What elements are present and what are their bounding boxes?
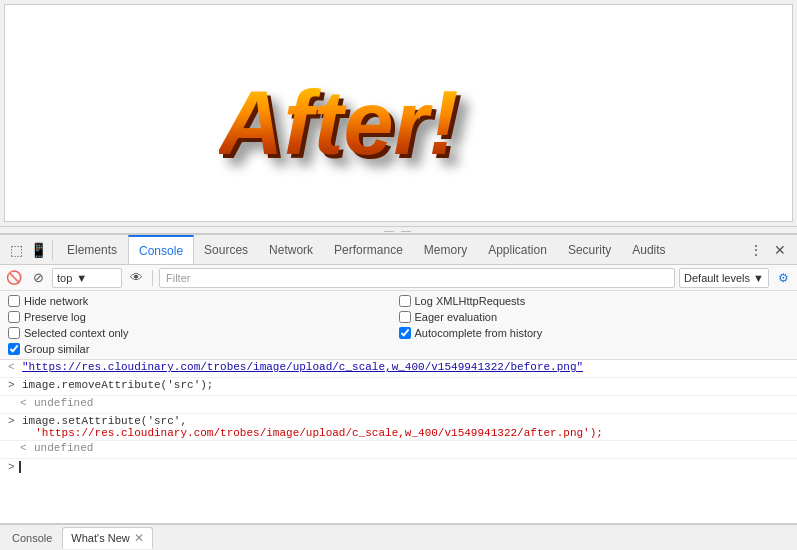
tab-console[interactable]: Console xyxy=(128,235,194,264)
clear-console-icon[interactable]: 🚫 xyxy=(4,268,24,288)
tab-application[interactable]: Application xyxy=(478,235,558,264)
console-output[interactable]: < "https://res.cloudinary.com/trobes/ima… xyxy=(0,360,797,524)
autocomplete-checkbox[interactable] xyxy=(399,327,411,339)
console-line-3: < undefined xyxy=(0,396,797,414)
selected-context-checkbox[interactable] xyxy=(8,327,20,339)
console-toolbar: 🚫 ⊘ top ▼ 👁 Default levels ▼ ⚙ xyxy=(0,265,797,291)
checkbox-hide-network[interactable]: Hide network xyxy=(8,295,399,307)
checkbox-eager-eval[interactable]: Eager evaluation xyxy=(399,311,790,323)
checkbox-preserve-log[interactable]: Preserve log xyxy=(8,311,399,323)
console-line-1: < "https://res.cloudinary.com/trobes/ima… xyxy=(0,360,797,378)
cloudinary-before-link[interactable]: "https://res.cloudinary.com/trobes/image… xyxy=(22,361,583,373)
tab-memory[interactable]: Memory xyxy=(414,235,478,264)
arrow-right-icon: > xyxy=(8,379,18,391)
checkbox-log-xml[interactable]: Log XMLHttpRequests xyxy=(399,295,790,307)
console-line-2: > image.removeAttribute('src'); xyxy=(0,378,797,396)
arrow-right-icon-2: > xyxy=(8,415,18,427)
eye-icon[interactable]: 👁 xyxy=(126,268,146,288)
more-tabs-icon[interactable]: ⋮ xyxy=(745,239,767,261)
checkbox-selected-context[interactable]: Selected context only xyxy=(8,327,399,339)
arrow-left-icon-3: < xyxy=(20,442,30,454)
after-image: After! xyxy=(219,72,459,175)
levels-select[interactable]: Default levels ▼ xyxy=(679,268,769,288)
arrow-left-icon: < xyxy=(8,361,18,373)
hide-network-checkbox[interactable] xyxy=(8,295,20,307)
console-line-4: > image.setAttribute('src', 'https://res… xyxy=(0,414,797,441)
devtools-tab-bar: ⬚ 📱 Elements Console Sources Network Per… xyxy=(0,235,797,265)
tab-audits[interactable]: Audits xyxy=(622,235,676,264)
console-line-5: < undefined xyxy=(0,441,797,459)
tab-network[interactable]: Network xyxy=(259,235,324,264)
device-icon[interactable]: 📱 xyxy=(28,240,48,260)
checkbox-autocomplete[interactable]: Autocomplete from history xyxy=(399,327,790,339)
filter-input[interactable] xyxy=(159,268,675,288)
viewport-content: After! xyxy=(5,5,792,221)
tab-bar-end-icons: ⋮ ✕ xyxy=(741,239,795,261)
tab-elements[interactable]: Elements xyxy=(57,235,128,264)
bottom-tab-whats-new[interactable]: What's New ✕ xyxy=(62,527,152,549)
arrow-left-icon-2: < xyxy=(20,397,30,409)
devtools-tabs: Elements Console Sources Network Perform… xyxy=(53,235,741,264)
filter-icon[interactable]: ⊘ xyxy=(28,268,48,288)
devtools-panel: ⬚ 📱 Elements Console Sources Network Per… xyxy=(0,234,797,550)
bottom-tab-console[interactable]: Console xyxy=(4,527,60,549)
console-cursor xyxy=(19,461,28,473)
tab-security[interactable]: Security xyxy=(558,235,622,264)
group-similar-checkbox[interactable] xyxy=(8,343,20,355)
settings-icon[interactable]: ⚙ xyxy=(773,268,793,288)
inspect-icon[interactable]: ⬚ xyxy=(6,240,26,260)
bottom-tab-bar: Console What's New ✕ xyxy=(0,524,797,550)
tab-performance[interactable]: Performance xyxy=(324,235,414,264)
tab-sources[interactable]: Sources xyxy=(194,235,259,264)
tab-bar-icons: ⬚ 📱 xyxy=(2,240,53,260)
checkbox-group-similar[interactable]: Group similar xyxy=(8,343,399,355)
drag-handle[interactable]: — — xyxy=(0,226,797,234)
close-devtools-icon[interactable]: ✕ xyxy=(769,239,791,261)
console-checkboxes: Hide network Log XMLHttpRequests Preserv… xyxy=(0,291,797,360)
context-select[interactable]: top ▼ xyxy=(52,268,122,288)
caret-icon: > xyxy=(8,461,15,473)
preserve-log-checkbox[interactable] xyxy=(8,311,20,323)
browser-viewport: After! xyxy=(4,4,793,222)
log-xml-checkbox[interactable] xyxy=(399,295,411,307)
close-whats-new-icon[interactable]: ✕ xyxy=(134,531,144,545)
console-input-line[interactable]: > xyxy=(0,459,797,475)
eager-eval-checkbox[interactable] xyxy=(399,311,411,323)
toolbar-divider xyxy=(152,270,153,286)
